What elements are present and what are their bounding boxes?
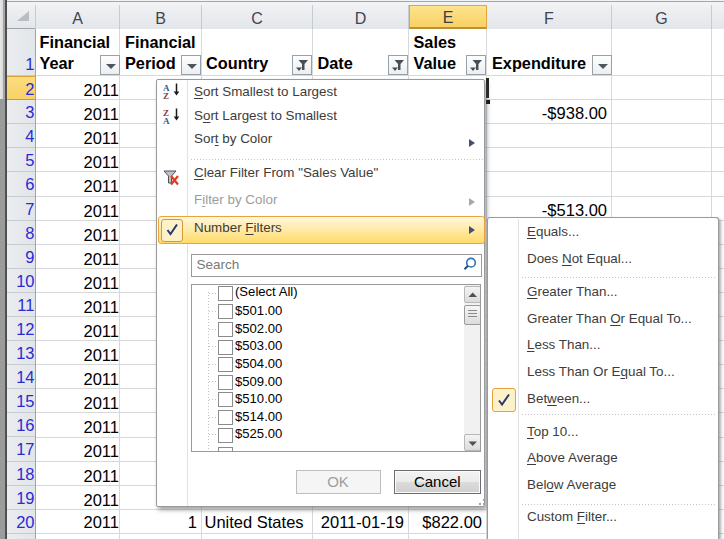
svg-text:A: A [163, 116, 170, 125]
svg-text:Z: Z [163, 91, 169, 100]
